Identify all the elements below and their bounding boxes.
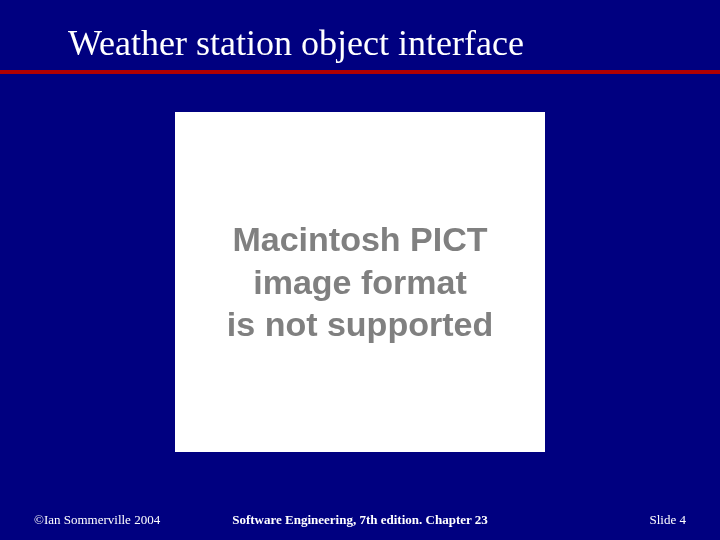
- title-area: Weather station object interface: [0, 0, 720, 70]
- footer-copyright: ©Ian Sommerville 2004: [34, 512, 160, 528]
- pict-error-line: is not supported: [227, 305, 493, 343]
- slide-title: Weather station object interface: [68, 22, 720, 64]
- footer-slide: Slide 4: [650, 512, 686, 528]
- footer-slide-number: 4: [680, 512, 687, 527]
- content-area: Macintosh PICT image format is not suppo…: [0, 74, 720, 452]
- pict-placeholder-box: Macintosh PICT image format is not suppo…: [175, 112, 545, 452]
- pict-error-message: Macintosh PICT image format is not suppo…: [227, 218, 493, 346]
- footer-slide-label: Slide: [650, 512, 677, 527]
- pict-error-line: image format: [253, 263, 467, 301]
- pict-error-line: Macintosh PICT: [232, 220, 487, 258]
- footer-center: Software Engineering, 7th edition. Chapt…: [232, 512, 488, 528]
